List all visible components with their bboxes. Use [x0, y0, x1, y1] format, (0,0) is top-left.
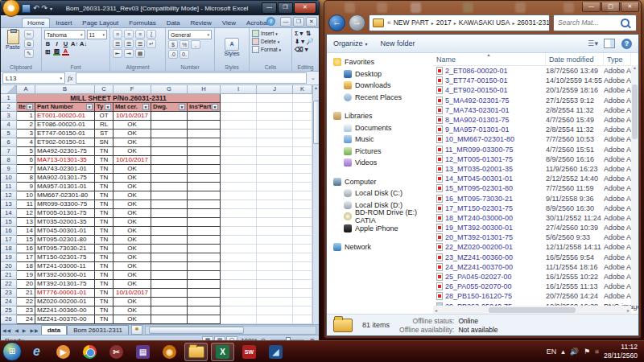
- file-row[interactable]: 20_MT392-01301-755/6/2560 9:33Adobe Acro: [433, 232, 638, 242]
- grid-cell[interactable]: [221, 298, 257, 306]
- item-cell[interactable]: 17: [17, 253, 35, 262]
- taskbar-chrome-icon[interactable]: [78, 343, 101, 361]
- save-icon[interactable]: [22, 4, 31, 13]
- row-header-17[interactable]: 17: [1, 236, 17, 245]
- tree-item-computer[interactable]: Computer: [327, 176, 433, 188]
- dwg-cell[interactable]: [151, 253, 188, 262]
- dwg-cell[interactable]: [151, 209, 188, 218]
- taskbar-media-player-icon[interactable]: ▶: [52, 343, 75, 361]
- column-header-c[interactable]: C: [95, 85, 114, 94]
- excel-grid[interactable]: ABCFGHIJK1MILL SHEET P/No.26031-23112Ite…: [1, 85, 319, 324]
- grid-cell[interactable]: [221, 174, 257, 183]
- row-header-10[interactable]: 10: [1, 174, 17, 183]
- start-button[interactable]: ⊞: [2, 342, 22, 361]
- copy-icon[interactable]: ⧉: [24, 39, 34, 48]
- item-cell[interactable]: 8: [17, 174, 35, 183]
- ribbon-tab-data[interactable]: Data: [162, 19, 185, 27]
- row-header-3[interactable]: 3: [1, 112, 17, 121]
- tree-item-documents[interactable]: Documents: [327, 122, 433, 134]
- delete-cells-button[interactable]: Delete▾: [252, 38, 289, 45]
- taskbar-solidworks-icon[interactable]: SW: [237, 343, 261, 361]
- column-header-f[interactable]: F: [114, 85, 151, 94]
- ribbon-tab-page-layout[interactable]: Page Layout: [77, 19, 123, 27]
- type-cell[interactable]: TN: [95, 209, 114, 218]
- column-header-date-modified[interactable]: Date modified: [546, 53, 604, 65]
- row-header-22[interactable]: 22: [1, 280, 17, 289]
- ins-part-cell[interactable]: [188, 147, 221, 156]
- item-cell[interactable]: 5: [17, 147, 35, 156]
- item-cell[interactable]: 11: [17, 200, 35, 209]
- font-name-select[interactable]: Tahoma▾: [44, 30, 85, 39]
- file-row[interactable]: 14_MT045-00301-012/12/2552 14:40Adobe Ac…: [433, 174, 638, 183]
- grid-cell[interactable]: [257, 156, 293, 165]
- item-cell[interactable]: 7: [17, 165, 35, 174]
- select-all-corner[interactable]: [1, 85, 17, 94]
- dwg-cell[interactable]: [151, 262, 188, 271]
- new-folder-button[interactable]: New folder: [381, 39, 415, 47]
- column-header-g[interactable]: G: [151, 85, 188, 94]
- breadcrumb-item-2017[interactable]: 2017: [436, 19, 452, 27]
- ins-part-cell[interactable]: [188, 289, 221, 298]
- merge-center-icon[interactable]: ▦: [135, 49, 145, 58]
- ins-part-cell[interactable]: [188, 191, 221, 200]
- grid-cell[interactable]: [293, 245, 312, 253]
- item-cell[interactable]: 3: [17, 130, 35, 138]
- clear-icon[interactable]: ⌫ ▾: [295, 46, 308, 53]
- mat-cer-cell[interactable]: OK: [114, 183, 151, 191]
- comma-icon[interactable]: ,: [191, 40, 200, 49]
- part-number-cell[interactable]: MZ241-00360-00: [35, 306, 95, 315]
- excel-title-bar[interactable]: ◉ ↶ ↷ ▾ Bom_26031-2311_Rev03 [Compatibil…: [1, 1, 319, 15]
- workbook-restore-button[interactable]: ❐: [293, 17, 304, 27]
- mat-cer-cell[interactable]: OK: [114, 315, 151, 324]
- type-cell[interactable]: TN: [95, 315, 114, 324]
- grid-cell[interactable]: [221, 165, 257, 174]
- grid-cell[interactable]: [221, 130, 257, 138]
- ins-part-cell[interactable]: [188, 138, 221, 147]
- ins-part-cell[interactable]: [188, 183, 221, 191]
- row-header-19[interactable]: 19: [1, 253, 17, 262]
- ins-part-cell[interactable]: [188, 271, 221, 280]
- ribbon-tab-insert[interactable]: Insert: [51, 19, 76, 27]
- type-cell[interactable]: TN: [95, 227, 114, 236]
- breadcrumb-item-kawasaki-usa[interactable]: KAWASAKI USA: [458, 19, 511, 27]
- part-number-cell[interactable]: MT045-00301-01: [35, 227, 95, 236]
- dwg-cell[interactable]: [151, 227, 188, 236]
- breadcrumb-overflow-icon[interactable]: «: [386, 19, 393, 27]
- ins-part-cell[interactable]: [188, 245, 221, 253]
- taskbar-catia-icon[interactable]: ◢: [264, 343, 287, 361]
- ins-part-cell[interactable]: [188, 253, 221, 262]
- row-header-23[interactable]: 23: [1, 289, 17, 298]
- ins-part-cell[interactable]: [188, 315, 221, 324]
- item-cell[interactable]: 16: [17, 245, 35, 253]
- sheet-nav-last-icon[interactable]: ▶▶: [28, 327, 40, 333]
- row-header-13[interactable]: 13: [1, 200, 17, 209]
- type-cell[interactable]: TN: [95, 271, 114, 280]
- item-cell[interactable]: 23: [17, 306, 35, 315]
- grid-cell[interactable]: [293, 262, 312, 271]
- mat-cer-cell[interactable]: OK: [114, 227, 151, 236]
- ins-part-cell[interactable]: [188, 200, 221, 209]
- ins-part-cell[interactable]: [188, 280, 221, 289]
- type-cell[interactable]: TN: [95, 174, 114, 183]
- item-cell[interactable]: 6: [17, 156, 35, 165]
- dwg-cell[interactable]: [151, 306, 188, 315]
- shrink-font-icon[interactable]: A↓: [80, 40, 87, 47]
- file-row[interactable]: 22_MZ020-00200-0112/11/2558 14:11Adobe A…: [433, 242, 638, 252]
- grid-cell[interactable]: [293, 147, 312, 156]
- file-name[interactable]: 22_MZ020-00200-01: [433, 243, 546, 251]
- grid-cell[interactable]: [221, 271, 257, 280]
- dwg-cell[interactable]: [151, 236, 188, 245]
- orientation-icon[interactable]: ⟅: [147, 30, 156, 39]
- file-row[interactable]: 10_MM667-02301-807/7/2560 10:53Adobe Acr…: [433, 134, 638, 144]
- show-hidden-icons[interactable]: ▴: [561, 348, 565, 356]
- file-name[interactable]: 8_MA902-01301-75: [433, 116, 546, 124]
- file-list-hscroll-thumb[interactable]: [489, 307, 576, 313]
- taskbar-internet-explorer-icon[interactable]: e: [25, 343, 48, 361]
- grid-cell[interactable]: [221, 218, 257, 227]
- grid-cell[interactable]: [257, 183, 293, 191]
- file-name[interactable]: 16_MT095-73030-21: [433, 195, 546, 203]
- insert-cells-button[interactable]: Insert▾: [252, 30, 289, 37]
- type-cell[interactable]: TN: [95, 183, 114, 191]
- filter-dropdown-icon[interactable]: ▼: [142, 104, 149, 110]
- clock[interactable]: 11:12 28/11/2560: [604, 343, 638, 360]
